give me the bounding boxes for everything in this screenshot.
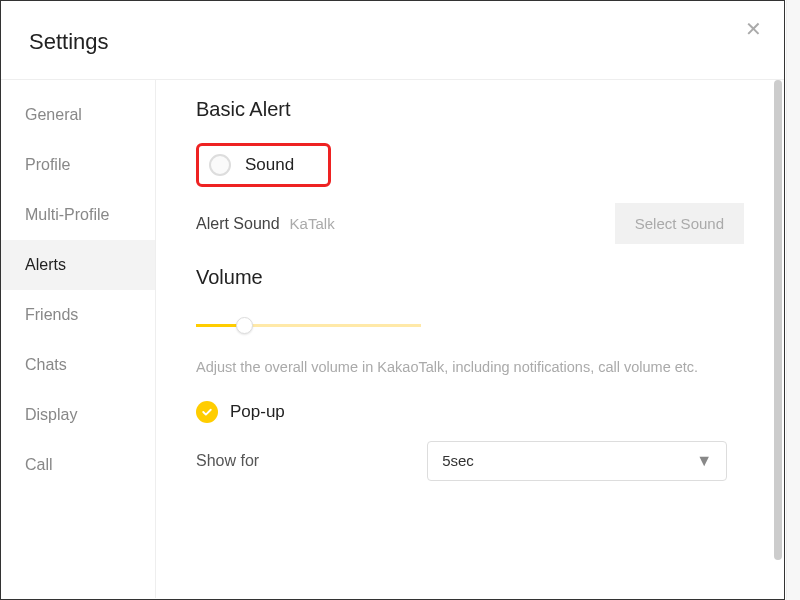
main-panel: Basic Alert Sound Alert Sound KaTalk Sel…	[156, 80, 784, 598]
scrollbar[interactable]	[774, 80, 782, 560]
basic-alert-title: Basic Alert	[196, 98, 744, 121]
popup-toggle[interactable]	[196, 401, 218, 423]
show-for-value: 5sec	[442, 452, 474, 469]
settings-window: ✕ Settings General Profile Multi-Profile…	[0, 0, 785, 600]
sidebar-item-chats[interactable]: Chats	[1, 340, 155, 390]
volume-slider[interactable]	[196, 317, 421, 333]
chevron-down-icon: ▼	[696, 452, 712, 470]
sidebar: General Profile Multi-Profile Alerts Fri…	[1, 80, 156, 598]
sound-toggle-highlight: Sound	[196, 143, 331, 187]
page-title: Settings	[29, 29, 784, 55]
sidebar-item-friends[interactable]: Friends	[1, 290, 155, 340]
header: Settings	[1, 1, 784, 79]
alert-sound-value: KaTalk	[290, 215, 335, 232]
alert-sound-label: Alert Sound	[196, 215, 280, 233]
slider-thumb[interactable]	[236, 317, 253, 334]
sound-toggle[interactable]	[209, 154, 231, 176]
sidebar-item-multi-profile[interactable]: Multi-Profile	[1, 190, 155, 240]
show-for-label: Show for	[196, 452, 259, 470]
sidebar-item-call[interactable]: Call	[1, 440, 155, 490]
popup-toggle-row: Pop-up	[196, 401, 744, 423]
sidebar-item-general[interactable]: General	[1, 90, 155, 140]
volume-description: Adjust the overall volume in KakaoTalk, …	[196, 357, 726, 379]
show-for-dropdown[interactable]: 5sec ▼	[427, 441, 727, 481]
select-sound-button[interactable]: Select Sound	[615, 203, 744, 244]
show-for-row: Show for 5sec ▼	[196, 441, 744, 481]
popup-label: Pop-up	[230, 402, 285, 422]
content: General Profile Multi-Profile Alerts Fri…	[1, 80, 784, 598]
volume-title: Volume	[196, 266, 744, 289]
alert-sound-row: Alert Sound KaTalk Select Sound	[196, 203, 744, 244]
sound-label: Sound	[245, 155, 294, 175]
outer-scrollbar[interactable]	[786, 0, 800, 600]
close-icon[interactable]: ✕	[745, 19, 762, 39]
sidebar-item-profile[interactable]: Profile	[1, 140, 155, 190]
sidebar-item-alerts[interactable]: Alerts	[1, 240, 155, 290]
sidebar-item-display[interactable]: Display	[1, 390, 155, 440]
checkmark-icon	[201, 406, 213, 418]
